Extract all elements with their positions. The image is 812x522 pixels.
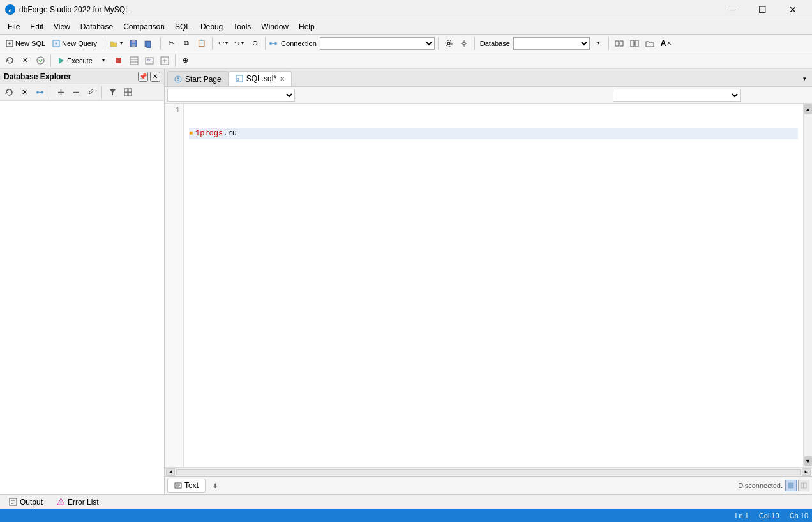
svg-rect-32 — [116, 58, 121, 63]
editor-selectors — [165, 87, 812, 104]
commit-button[interactable] — [33, 54, 47, 68]
sidebar-header: Database Explorer 📌 ✕ — [0, 69, 164, 84]
sidebar-connect-button[interactable] — [33, 86, 47, 100]
new-sql-label: New SQL — [15, 40, 45, 47]
scroll-right-button[interactable]: ► — [802, 468, 811, 476]
schema-left-select[interactable] — [167, 89, 295, 102]
sidebar-close-button[interactable]: ✕ — [150, 72, 160, 82]
extra-tool-button[interactable]: ⊕ — [179, 54, 193, 68]
scroll-up-button[interactable]: ▲ — [804, 104, 812, 114]
tab-sql-close[interactable]: ✕ — [280, 75, 285, 82]
tab-output[interactable]: Output — [3, 495, 49, 509]
sidebar-pin-button[interactable]: 📌 — [138, 72, 148, 82]
view-single-button[interactable] — [785, 480, 797, 491]
svg-rect-33 — [130, 57, 138, 65]
close-button[interactable]: ✕ — [778, 0, 807, 19]
scroll-left-button[interactable]: ◄ — [166, 468, 175, 476]
stop-execute-button[interactable] — [112, 54, 126, 68]
toolbar-main: New SQL New Query ▾ ✂ ⧉ 📋 ↩ ▾ ↪ ▾ ⊙ — [0, 35, 812, 52]
result-tabs-bar: Text + Disconnected. — [165, 476, 812, 494]
copy-button[interactable]: ⧉ — [179, 36, 193, 50]
menu-view[interactable]: View — [49, 20, 75, 34]
menu-window[interactable]: Window — [256, 20, 294, 34]
sidebar-title: Database Explorer — [4, 72, 71, 81]
save-button[interactable] — [126, 36, 140, 50]
tab-start-page[interactable]: Start Page — [167, 71, 229, 86]
view-split-button[interactable] — [798, 480, 809, 491]
new-sql-button[interactable]: New SQL — [3, 36, 48, 50]
show-result-button[interactable] — [127, 54, 141, 68]
svg-rect-9 — [132, 40, 135, 43]
svg-text:S: S — [237, 77, 239, 81]
menu-file[interactable]: File — [3, 20, 25, 34]
menu-comparison[interactable]: Comparison — [118, 20, 170, 34]
paste-button[interactable]: 📋 — [195, 36, 209, 50]
maximize-button[interactable]: ☐ — [748, 0, 777, 19]
undo-button[interactable]: ↩ ▾ — [216, 36, 230, 50]
menu-tools[interactable]: Tools — [228, 20, 256, 34]
open-folder-button[interactable] — [643, 36, 657, 50]
status-bar: Ln 1 Col 10 Ch 10 — [0, 509, 812, 522]
svg-point-18 — [463, 42, 465, 45]
sidebar-schema-button[interactable] — [121, 86, 135, 100]
redo-button[interactable]: ↪ ▾ — [232, 36, 246, 50]
svg-rect-49 — [128, 89, 132, 92]
sidebar-remove-button[interactable] — [69, 86, 83, 100]
code-line-1: ■1progs.ru — [189, 128, 798, 139]
refresh-button[interactable] — [3, 54, 17, 68]
view-buttons — [785, 480, 809, 491]
connection-properties-button[interactable] — [442, 36, 456, 50]
svg-point-14 — [274, 42, 277, 45]
scroll-down-button[interactable]: ▼ — [804, 456, 812, 466]
tab-sql[interactable]: S SQL.sql* ✕ — [229, 71, 292, 86]
app-title: dbForge Studio 2022 for MySQL — [19, 5, 130, 14]
text-size-button[interactable]: AA — [658, 36, 673, 50]
database-select[interactable] — [513, 37, 590, 50]
toolbar-execute: ✕ Execute ▾ ⊕ — [0, 52, 812, 69]
code-content[interactable]: ■1progs.ru — [184, 104, 803, 467]
extra-button[interactable]: ⊙ — [248, 36, 262, 50]
tab-start-page-label: Start Page — [185, 75, 222, 84]
menu-database[interactable]: Database — [75, 20, 118, 34]
new-query-button[interactable]: New Query — [49, 36, 100, 50]
tab-error-list[interactable]: Error List — [50, 495, 105, 509]
connection-select[interactable] — [320, 37, 435, 50]
tab-sql-label: SQL.sql* — [246, 74, 276, 83]
schema-right-select[interactable] — [613, 89, 741, 102]
tabs-overflow-button[interactable]: ▾ — [799, 71, 809, 86]
result-tab-text[interactable]: Text — [167, 479, 206, 493]
execute-dropdown-button[interactable]: ▾ — [96, 54, 110, 68]
open-button[interactable]: ▾ — [107, 36, 125, 50]
sidebar-refresh-button[interactable] — [2, 86, 16, 100]
start-page-icon — [174, 75, 182, 83]
svg-point-69 — [61, 503, 62, 505]
sidebar-stop-button[interactable]: ✕ — [17, 86, 31, 100]
main-area: Database Explorer 📌 ✕ ✕ — [0, 69, 812, 494]
minimize-button[interactable]: ─ — [718, 0, 747, 19]
code-editor[interactable]: 1 ■1progs.ru ▲ ▼ — [165, 104, 812, 467]
schema-compare-button[interactable] — [612, 36, 626, 50]
database-refresh-button[interactable]: ▾ — [591, 36, 605, 50]
cut-button[interactable]: ✂ — [164, 36, 178, 50]
menu-help[interactable]: Help — [294, 20, 320, 34]
menu-sql[interactable]: SQL — [170, 20, 195, 34]
menu-edit[interactable]: Edit — [25, 20, 49, 34]
sidebar-filter-button[interactable] — [105, 86, 119, 100]
result-tab-text-label: Text — [184, 481, 199, 490]
execute-button[interactable]: Execute — [54, 54, 95, 68]
bottom-tabs-bar: Output Error List — [0, 494, 812, 509]
save-all-button[interactable] — [142, 36, 157, 50]
svg-rect-51 — [128, 93, 132, 96]
tab-output-label: Output — [20, 498, 43, 507]
add-result-tab-button[interactable]: + — [208, 479, 222, 493]
stop-refresh-button[interactable]: ✕ — [18, 54, 32, 68]
vertical-scrollbar[interactable]: ▲ ▼ — [803, 104, 812, 467]
show-image-button[interactable] — [142, 54, 156, 68]
data-compare-button[interactable] — [628, 36, 642, 50]
new-query-label: New Query — [62, 40, 97, 47]
connection-manage-button[interactable] — [457, 36, 471, 50]
sidebar-add-button[interactable] — [54, 86, 68, 100]
more-button[interactable] — [158, 54, 172, 68]
menu-debug[interactable]: Debug — [195, 20, 228, 34]
sidebar-edit-button[interactable] — [84, 86, 98, 100]
